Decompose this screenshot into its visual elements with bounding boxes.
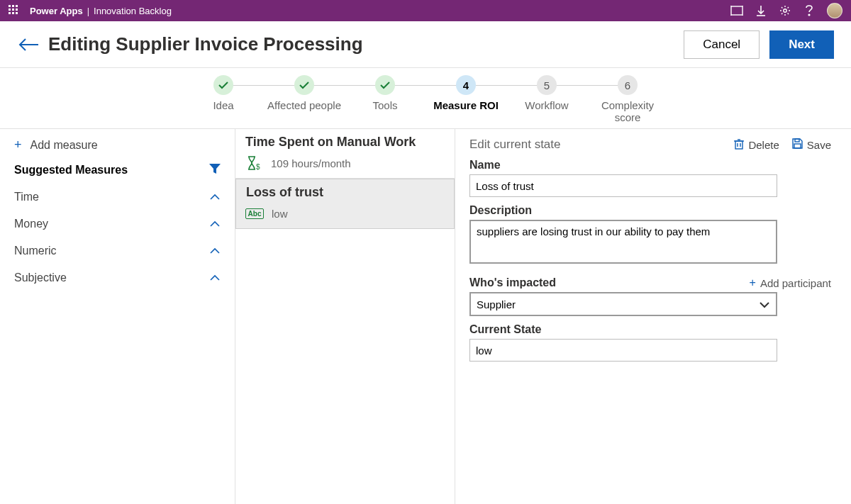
current-state-label: Current State bbox=[469, 323, 831, 336]
save-button[interactable]: Save bbox=[792, 138, 831, 151]
step-complexity-score[interactable]: 6 Complexity score bbox=[587, 75, 668, 124]
gear-icon[interactable] bbox=[779, 4, 791, 17]
step-affected-people[interactable]: Affected people bbox=[264, 75, 345, 111]
chevron-up-icon bbox=[209, 191, 221, 203]
chevron-up-icon bbox=[209, 271, 221, 284]
step-tools[interactable]: Tools bbox=[345, 75, 425, 111]
page-header: Editing Supplier Invoice Processing Canc… bbox=[0, 21, 851, 68]
hourglass-money-icon: $ bbox=[245, 155, 262, 171]
name-input[interactable] bbox=[469, 174, 777, 197]
avatar[interactable] bbox=[827, 3, 842, 18]
chevron-up-icon bbox=[209, 218, 221, 230]
description-label: Description bbox=[469, 204, 831, 217]
description-textarea[interactable] bbox=[469, 220, 777, 264]
help-icon[interactable] bbox=[803, 4, 816, 17]
delete-button[interactable]: Delete bbox=[734, 138, 779, 152]
svg-text:$: $ bbox=[256, 163, 260, 171]
detail-heading: Edit current state bbox=[469, 138, 561, 152]
name-label: Name bbox=[469, 159, 831, 172]
detail-panel: Edit current state Delete Save Name Desc… bbox=[455, 129, 851, 504]
svg-point-7 bbox=[784, 9, 786, 12]
step-measure-roi[interactable]: 4 Measure ROI bbox=[425, 75, 506, 111]
page-title: Editing Supplier Invoice Processing bbox=[48, 33, 363, 55]
next-button[interactable]: Next bbox=[769, 30, 834, 59]
main-content: + Add measure Suggested Measures Time Mo… bbox=[0, 129, 851, 504]
category-subjective[interactable]: Subjective bbox=[0, 264, 235, 291]
add-participant-button[interactable]: + Add participant bbox=[750, 276, 831, 289]
svg-rect-12 bbox=[735, 141, 742, 149]
suggested-measures-header: Suggested Measures bbox=[0, 161, 235, 184]
current-state-input[interactable] bbox=[469, 339, 777, 362]
measures-sidebar: + Add measure Suggested Measures Time Mo… bbox=[0, 129, 235, 504]
brand-separator: | bbox=[87, 6, 89, 16]
filter-icon[interactable] bbox=[209, 164, 221, 177]
cancel-button[interactable]: Cancel bbox=[684, 30, 760, 59]
measure-card-loss-of-trust[interactable]: Loss of trust Abc low bbox=[235, 179, 455, 229]
back-arrow-icon[interactable] bbox=[17, 33, 41, 57]
global-topbar: Power Apps | Innovation Backlog bbox=[0, 0, 851, 21]
svg-rect-18 bbox=[794, 144, 801, 148]
chevron-up-icon bbox=[209, 245, 221, 257]
fit-icon[interactable] bbox=[730, 4, 743, 17]
svg-rect-17 bbox=[795, 139, 799, 142]
svg-marker-10 bbox=[209, 164, 221, 174]
plus-icon: + bbox=[750, 276, 756, 289]
add-measure-button[interactable]: + Add measure bbox=[0, 129, 235, 161]
svg-rect-0 bbox=[731, 6, 742, 15]
trash-icon bbox=[734, 138, 744, 152]
measure-card-time-spent[interactable]: Time Spent on Manual Work $ 109 hours/mo… bbox=[235, 129, 455, 179]
impacted-label: Who's impacted bbox=[469, 276, 556, 289]
brand-label: Power Apps bbox=[30, 6, 83, 16]
wizard-stepper: Idea Affected people Tools 4 Measure ROI… bbox=[0, 68, 851, 129]
category-time[interactable]: Time bbox=[0, 184, 235, 211]
download-icon[interactable] bbox=[755, 4, 767, 17]
app-launcher-icon[interactable] bbox=[9, 5, 20, 16]
step-idea[interactable]: Idea bbox=[183, 75, 264, 111]
chevron-down-icon bbox=[759, 298, 770, 310]
plus-icon: + bbox=[14, 138, 22, 152]
category-numeric[interactable]: Numeric bbox=[0, 237, 235, 264]
svg-point-8 bbox=[808, 14, 810, 16]
abc-icon: Abc bbox=[246, 206, 263, 221]
measures-list: Time Spent on Manual Work $ 109 hours/mo… bbox=[235, 129, 455, 504]
app-name-label: Innovation Backlog bbox=[94, 6, 172, 16]
step-workflow[interactable]: 5 Workflow bbox=[506, 75, 587, 111]
category-money[interactable]: Money bbox=[0, 211, 235, 237]
save-icon bbox=[792, 138, 803, 151]
impacted-select[interactable]: Supplier bbox=[469, 292, 777, 316]
